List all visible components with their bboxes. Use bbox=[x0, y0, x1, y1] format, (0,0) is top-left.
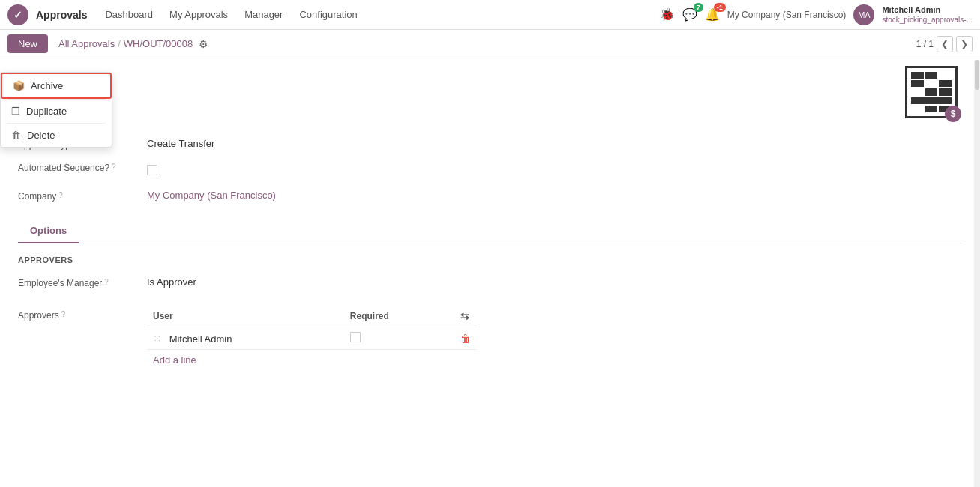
approvers-label: Approvers ? bbox=[18, 306, 138, 370]
qr-cell bbox=[911, 80, 924, 87]
app-name: Approvals bbox=[36, 9, 87, 21]
delete-menu-item[interactable]: 🗑 Delete bbox=[1, 124, 112, 147]
tab-options[interactable]: Options bbox=[18, 219, 79, 244]
approvers-section-title: APPROVERS bbox=[18, 255, 962, 264]
automated-sequence-value bbox=[147, 158, 543, 181]
table-settings-icon[interactable]: ⇆ bbox=[460, 310, 469, 322]
qr-cell bbox=[939, 80, 952, 87]
qr-cell bbox=[925, 88, 938, 95]
qr-cell bbox=[911, 106, 924, 112]
company-name: My Company (San Francisco) bbox=[727, 10, 847, 20]
context-dropdown-menu: 📦 Archive ❐ Duplicate 🗑 Delete bbox=[0, 72, 112, 148]
approvers-table: User Required ⇆ ⁙ Mitchell Admin bbox=[147, 306, 477, 350]
page-info: 1 / 1 bbox=[916, 39, 934, 49]
gear-icon[interactable]: ⚙ bbox=[199, 38, 208, 50]
record-title: Transfer bbox=[18, 81, 962, 102]
qr-icon-container: $ bbox=[905, 66, 958, 118]
breadcrumb-separator: / bbox=[118, 38, 121, 49]
drag-handle-icon[interactable]: ⁙ bbox=[153, 333, 162, 345]
breadcrumb-all-approvals[interactable]: All Approvals bbox=[58, 38, 115, 49]
table-row: ⁙ Mitchell Admin 🗑 bbox=[147, 327, 477, 350]
duplicate-icon: ❐ bbox=[11, 106, 20, 117]
action-bar: New All Approvals / WH/OUT/00008 ⚙ 1 / 1… bbox=[0, 30, 980, 58]
col-user: User bbox=[147, 306, 344, 327]
required-checkbox[interactable] bbox=[350, 332, 361, 342]
user-info: Mitchell Admin stock_picking_approvals-.… bbox=[882, 4, 973, 25]
qr-cell bbox=[939, 72, 952, 79]
approvers-help[interactable]: ? bbox=[61, 310, 66, 318]
qr-cell bbox=[925, 80, 938, 87]
top-navigation: ✓ Approvals Dashboard My Approvals Manag… bbox=[0, 0, 980, 30]
next-page-button[interactable]: ❯ bbox=[956, 36, 973, 52]
prev-page-button[interactable]: ❮ bbox=[937, 36, 953, 52]
employees-manager-row: Employee's Manager ? Is Approver bbox=[18, 273, 543, 291]
company-label: Company ? bbox=[18, 187, 138, 204]
app-logo: ✓ bbox=[7, 4, 28, 25]
employees-manager-value: Is Approver bbox=[147, 273, 543, 291]
employees-manager-help[interactable]: ? bbox=[104, 278, 109, 286]
qr-cell bbox=[939, 88, 952, 95]
approvers-section: APPROVERS Employee's Manager ? Is Approv… bbox=[18, 255, 962, 400]
new-button[interactable]: New bbox=[7, 34, 48, 53]
username: Mitchell Admin bbox=[882, 4, 973, 15]
trash-icon: 🗑 bbox=[11, 130, 21, 141]
messages-badge: 7 bbox=[694, 3, 703, 12]
approvers-table-row: Approvers ? User Required ⇆ bbox=[18, 306, 543, 370]
bug-icon: 🐞 bbox=[660, 7, 675, 22]
add-line-button[interactable]: Add a line bbox=[147, 350, 202, 370]
approval-type-label: Approval Type bbox=[18, 70, 962, 79]
automated-sequence-help[interactable]: ? bbox=[112, 163, 116, 171]
description-value bbox=[147, 114, 543, 129]
main-content: $ Approval Type Transfer Description ? A… bbox=[0, 58, 980, 412]
alerts-badge: -1 bbox=[714, 3, 726, 12]
archive-icon: 📦 bbox=[13, 80, 25, 91]
approver-user-name: Mitchell Admin bbox=[169, 333, 232, 345]
nav-menu: Dashboard My Approvals Manager Configura… bbox=[97, 6, 655, 23]
breadcrumb-record[interactable]: WH/OUT/00008 bbox=[124, 38, 193, 49]
logo-letter: ✓ bbox=[13, 9, 22, 21]
qr-cell bbox=[911, 97, 952, 104]
company-value[interactable]: My Company (San Francisco) bbox=[147, 187, 543, 204]
breadcrumb: All Approvals / WH/OUT/00008 ⚙ bbox=[58, 38, 208, 50]
delete-label: Delete bbox=[27, 130, 55, 141]
nav-right-section: 🐞 💬 7 🔔 -1 My Company (San Francisco) MA… bbox=[660, 4, 973, 25]
user-subtitle: stock_picking_approvals-... bbox=[882, 15, 973, 25]
approvers-table-container: User Required ⇆ ⁙ Mitchell Admin bbox=[147, 306, 543, 370]
tabs: Options bbox=[18, 219, 962, 244]
qr-badge: $ bbox=[945, 106, 961, 122]
duplicate-menu-item[interactable]: ❐ Duplicate bbox=[1, 100, 112, 123]
alerts-icon-button[interactable]: 🔔 -1 bbox=[705, 7, 720, 22]
page-navigation: 1 / 1 ❮ ❯ bbox=[916, 36, 973, 52]
qr-cell bbox=[925, 72, 938, 79]
scrollbar-thumb[interactable] bbox=[975, 60, 979, 90]
user-avatar[interactable]: MA bbox=[853, 4, 874, 25]
nav-configuration[interactable]: Configuration bbox=[292, 6, 364, 23]
approval-type-value: Create Transfer bbox=[147, 135, 543, 152]
archive-menu-item[interactable]: 📦 Archive bbox=[1, 73, 112, 99]
delete-row-icon[interactable]: 🗑 bbox=[460, 333, 471, 345]
company-help[interactable]: ? bbox=[58, 191, 63, 199]
scrollbar[interactable] bbox=[974, 60, 980, 412]
automated-sequence-checkbox[interactable] bbox=[147, 165, 157, 175]
messages-icon-button[interactable]: 💬 7 bbox=[682, 7, 697, 22]
nav-manager[interactable]: Manager bbox=[237, 6, 290, 23]
nav-dashboard[interactable]: Dashboard bbox=[97, 6, 160, 23]
qr-cell bbox=[925, 106, 938, 112]
nav-my-approvals[interactable]: My Approvals bbox=[162, 6, 235, 23]
qr-cell bbox=[911, 72, 924, 79]
automated-sequence-label: Automated Sequence? ? bbox=[18, 158, 138, 181]
duplicate-label: Duplicate bbox=[26, 106, 67, 117]
col-required: Required bbox=[344, 306, 454, 327]
qr-cell bbox=[911, 88, 924, 95]
bug-icon-button[interactable]: 🐞 bbox=[660, 7, 675, 22]
employees-manager-label: Employee's Manager ? bbox=[18, 273, 138, 291]
archive-label: Archive bbox=[31, 80, 63, 91]
